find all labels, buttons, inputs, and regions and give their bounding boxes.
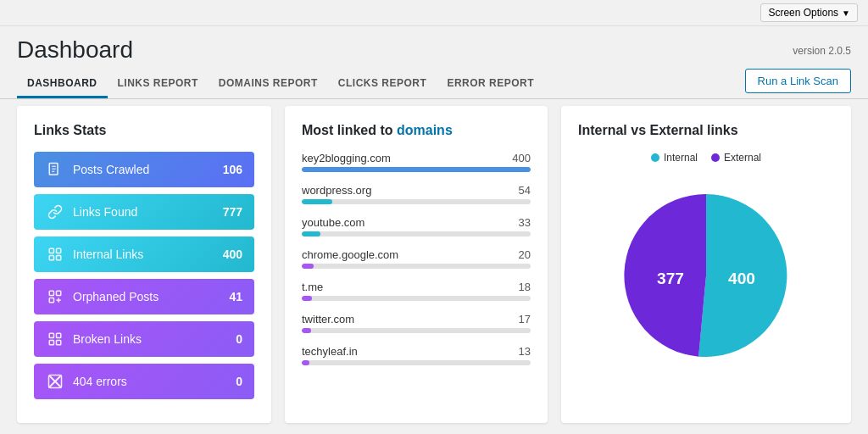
domain-name-7: techyleaf.in <box>302 345 358 358</box>
version-text: version 2.0.5 <box>793 45 851 64</box>
domains-card: Most linked to domains key2blogging.com … <box>285 106 548 423</box>
stat-internal-links: Internal Links 400 <box>34 236 254 272</box>
404-errors-icon <box>46 372 64 391</box>
internal-links-icon <box>46 245 64 264</box>
svg-rect-6 <box>49 256 53 260</box>
svg-rect-8 <box>49 291 53 295</box>
domain-name-1: key2blogging.com <box>302 152 391 164</box>
nav-tabs: DASHBOARD LINKS REPORT DOMAINS REPORT CL… <box>17 70 544 98</box>
domain-count-5: 18 <box>519 281 531 293</box>
domain-name-3: youtube.com <box>302 216 364 229</box>
tab-domains-report[interactable]: DOMAINS REPORT <box>209 70 328 98</box>
domain-count-1: 400 <box>512 152 531 164</box>
domain-row-5: t.me 18 <box>302 281 531 301</box>
svg-rect-5 <box>57 248 61 253</box>
orphaned-posts-icon <box>46 287 64 306</box>
tab-dashboard[interactable]: DASHBOARD <box>17 70 108 98</box>
svg-rect-9 <box>57 291 61 295</box>
broken-links-icon <box>46 330 64 348</box>
chart-card: Internal vs External links Internal Exte… <box>561 106 851 423</box>
screen-options-button[interactable]: Screen Options ▼ <box>760 3 858 22</box>
domain-row-3: youtube.com 33 <box>302 216 531 236</box>
404-errors-value: 0 <box>236 375 242 388</box>
tab-links-report[interactable]: LINKS REPORT <box>108 70 209 98</box>
svg-rect-15 <box>49 341 53 345</box>
domain-count-4: 20 <box>519 248 531 261</box>
svg-rect-14 <box>57 333 61 337</box>
domains-title: Most linked to domains <box>302 123 531 138</box>
stat-broken-links: Broken Links 0 <box>34 321 254 357</box>
posts-crawled-icon <box>46 160 64 179</box>
domain-name-5: t.me <box>302 281 323 293</box>
internal-links-value: 400 <box>223 248 242 261</box>
pie-chart: 377 400 <box>604 174 808 377</box>
stat-posts-crawled: Posts Crawled 106 <box>34 152 254 187</box>
domains-title-prefix: Most linked to <box>302 123 397 137</box>
page-title: Dashboard <box>17 36 133 64</box>
domain-count-6: 17 <box>519 313 531 326</box>
screen-options-label: Screen Options <box>768 7 838 19</box>
svg-rect-13 <box>49 333 53 337</box>
stat-404-errors: 404 errors 0 <box>34 364 254 399</box>
domains-title-highlight: domains <box>397 123 453 137</box>
domain-name-6: twitter.com <box>302 313 354 326</box>
domain-row-7: techyleaf.in 13 <box>302 345 531 365</box>
chart-title: Internal vs External links <box>578 123 834 138</box>
screen-options-arrow-icon: ▼ <box>842 8 850 18</box>
domain-row-2: wordpress.org 54 <box>302 184 531 204</box>
pie-external-label: 377 <box>657 270 684 287</box>
domain-row-1: key2blogging.com 400 <box>302 152 531 172</box>
legend-internal: Internal <box>651 152 698 164</box>
404-errors-label: 404 errors <box>73 375 127 388</box>
pie-chart-container: 377 400 <box>578 174 834 377</box>
svg-rect-4 <box>49 248 53 253</box>
svg-rect-16 <box>57 341 61 345</box>
broken-links-value: 0 <box>236 332 242 346</box>
links-stats-title: Links Stats <box>34 123 254 138</box>
domain-row-4: chrome.google.com 20 <box>302 248 531 269</box>
legend-internal-dot <box>651 153 659 162</box>
main-content: Links Stats Posts Crawled 106 Links Foun… <box>0 99 868 434</box>
posts-crawled-value: 106 <box>223 163 242 176</box>
pie-internal-label: 400 <box>728 270 755 287</box>
stat-links-found: Links Found 777 <box>34 194 254 230</box>
run-scan-button[interactable]: Run a Link Scan <box>745 69 851 93</box>
domain-name-2: wordpress.org <box>302 184 371 197</box>
internal-links-label: Internal Links <box>73 248 143 261</box>
legend-external: External <box>711 152 761 164</box>
legend-external-dot <box>711 153 720 162</box>
links-found-label: Links Found <box>73 205 137 219</box>
domain-row-6: twitter.com 17 <box>302 313 531 333</box>
links-found-icon <box>46 203 64 221</box>
links-stats-card: Links Stats Posts Crawled 106 Links Foun… <box>17 106 271 423</box>
orphaned-posts-value: 41 <box>229 290 242 303</box>
domain-count-7: 13 <box>519 345 531 358</box>
domain-count-3: 33 <box>519 216 531 229</box>
broken-links-label: Broken Links <box>73 332 142 346</box>
svg-rect-10 <box>49 298 53 303</box>
links-found-value: 777 <box>223 205 242 219</box>
tab-error-report[interactable]: ERROR REPORT <box>437 70 544 98</box>
orphaned-posts-label: Orphaned Posts <box>73 290 159 303</box>
domain-name-4: chrome.google.com <box>302 248 398 261</box>
tab-clicks-report[interactable]: CLICKS REPORT <box>328 70 437 98</box>
legend-external-label: External <box>724 152 761 164</box>
domain-count-2: 54 <box>519 184 531 197</box>
posts-crawled-label: Posts Crawled <box>73 163 149 176</box>
legend-internal-label: Internal <box>664 152 698 164</box>
svg-rect-7 <box>57 256 61 260</box>
chart-legend: Internal External <box>578 152 834 164</box>
stat-orphaned-posts: Orphaned Posts 41 <box>34 279 254 314</box>
